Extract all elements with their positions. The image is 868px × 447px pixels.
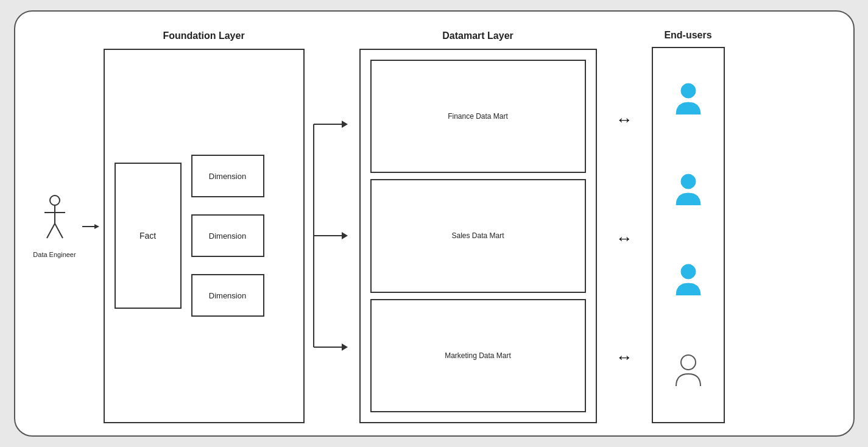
- dimension-label-3: Dimension: [209, 291, 246, 300]
- sales-mart-label: Sales Data Mart: [451, 230, 504, 241]
- svg-line-4: [55, 224, 63, 238]
- dimension-label-1: Dimension: [209, 172, 246, 181]
- engineer-icon: [40, 194, 70, 243]
- datamart-box: Finance Data Mart Sales Data Mart Market…: [359, 49, 597, 423]
- svg-line-3: [47, 224, 55, 238]
- diagram-wrapper: Data Engineer Foundation Layer Fact Dime…: [14, 10, 855, 437]
- svg-marker-6: [94, 224, 99, 229]
- engineer-section: Data Engineer: [27, 30, 82, 423]
- engineer-to-foundation-arrow: [82, 30, 101, 423]
- arrow-icon: [82, 220, 101, 233]
- user-icon-1: [673, 81, 704, 118]
- svg-point-14: [681, 83, 696, 98]
- double-arrow-3: ↔: [616, 349, 633, 366]
- marketing-mart-label: Marketing Data Mart: [445, 350, 511, 361]
- foundation-layer-label: Foundation Layer: [163, 30, 244, 43]
- svg-point-17: [681, 355, 696, 370]
- fact-box: Fact: [115, 163, 182, 309]
- stick-figure: [40, 194, 70, 243]
- finance-mart-label: Finance Data Mart: [448, 111, 508, 122]
- svg-point-16: [681, 264, 696, 279]
- marketing-mart: Marketing Data Mart: [370, 299, 586, 412]
- double-arrow-2: ↔: [616, 230, 633, 247]
- datamart-to-endusers-arrows: ↔ ↔ ↔: [600, 30, 649, 423]
- user-icon-3: [673, 262, 704, 298]
- sales-mart: Sales Data Mart: [370, 179, 586, 292]
- svg-marker-9: [342, 121, 348, 128]
- double-arrow-1: ↔: [616, 111, 633, 128]
- svg-point-15: [681, 174, 696, 189]
- foundation-section: Foundation Layer Fact Dimension Dimensio…: [101, 30, 308, 423]
- finance-mart: Finance Data Mart: [370, 60, 586, 173]
- endusers-box: [652, 47, 725, 423]
- datamart-section: Datamart Layer Finance Data Mart Sales D…: [356, 30, 600, 423]
- dimension-label-2: Dimension: [209, 231, 246, 241]
- dimension-box-2: Dimension: [191, 214, 264, 257]
- endusers-section: End-users: [649, 30, 728, 423]
- endusers-label: End-users: [664, 30, 711, 41]
- dimension-box-3: Dimension: [191, 274, 264, 317]
- datamart-layer-label: Datamart Layer: [442, 30, 513, 43]
- dimension-box-1: Dimension: [191, 155, 264, 197]
- svg-point-0: [50, 195, 60, 205]
- user-icon-2: [673, 172, 704, 208]
- engineer-label: Data Engineer: [33, 250, 76, 259]
- user-icon-4: [673, 353, 704, 389]
- foundation-to-datamart-arrows: [308, 30, 356, 423]
- svg-marker-11: [342, 232, 348, 239]
- dimensions-column: Dimension Dimension Dimension: [191, 155, 294, 317]
- fork-arrows-icon: [308, 68, 356, 403]
- svg-marker-13: [342, 343, 348, 351]
- diagram-content: Data Engineer Foundation Layer Fact Dime…: [15, 12, 853, 435]
- foundation-box: Fact Dimension Dimension Dimension: [104, 49, 305, 423]
- fact-label: Fact: [139, 231, 156, 241]
